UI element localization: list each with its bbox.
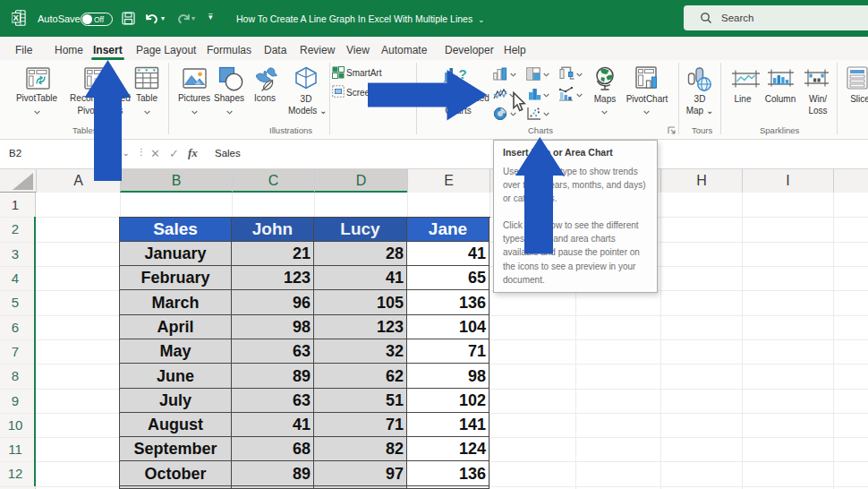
svg-text:X: X <box>13 13 20 22</box>
svg-text:?: ? <box>458 66 466 82</box>
